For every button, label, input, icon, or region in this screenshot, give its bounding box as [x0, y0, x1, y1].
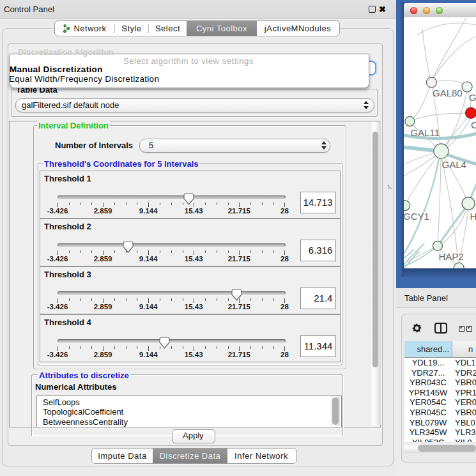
svg-text:GCY1: GCY1	[404, 211, 429, 222]
svg-text:GA: GA	[469, 92, 476, 103]
svg-text:H: H	[470, 211, 476, 222]
svg-text:GAL80: GAL80	[433, 88, 463, 98]
svg-text:C: C	[471, 119, 476, 130]
svg-text:GAL11: GAL11	[411, 127, 440, 138]
svg-text:HAP2: HAP2	[439, 251, 464, 262]
svg-text:GAL4: GAL4	[442, 159, 466, 170]
